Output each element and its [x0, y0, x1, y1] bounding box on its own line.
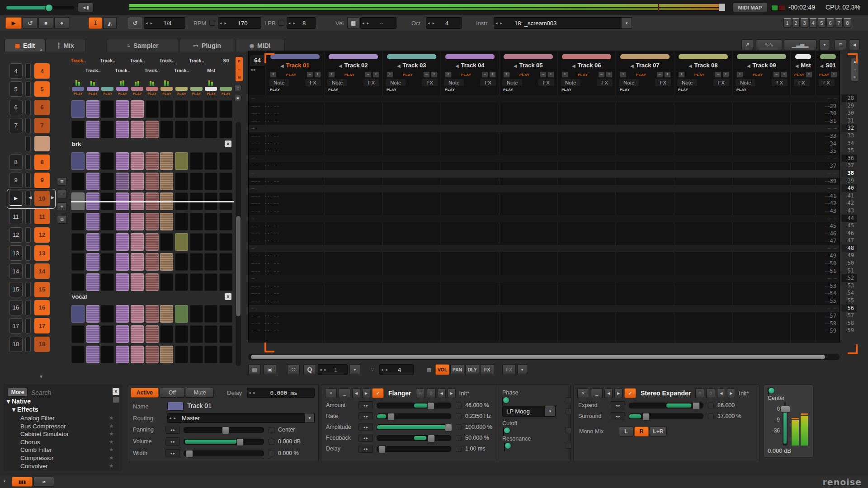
tree-node-native[interactable]: ▾ Native [7, 398, 31, 405]
panning-stepper[interactable]: ◂ ▸ [165, 426, 180, 434]
note-column-header[interactable]: Note [502, 79, 522, 86]
remove-column-button[interactable]: − [307, 71, 313, 78]
matrix-cell[interactable] [71, 305, 85, 323]
collapse-icon[interactable]: ◀ [631, 64, 634, 68]
pattern-cell-s01-51[interactable]: –– – [249, 267, 840, 275]
sequencer-mute-8[interactable] [25, 155, 31, 170]
matrix-cell[interactable] [86, 233, 99, 251]
matrix-cell[interactable] [175, 305, 188, 323]
fx-column-header[interactable]: FX [713, 79, 729, 86]
track-off-button[interactable]: Off [160, 388, 185, 398]
cutoff-checkbox[interactable] [566, 427, 571, 433]
matrix-cell[interactable] [175, 233, 188, 251]
column-toggle-pan[interactable]: PAN [450, 364, 464, 375]
matrix-cell[interactable] [131, 213, 144, 230]
follow-player-button[interactable]: ↧ [89, 17, 102, 29]
matrix-cell[interactable] [204, 305, 217, 323]
param-stepper[interactable]: ◂ ▸ [611, 401, 625, 409]
matrix-cell[interactable] [86, 213, 99, 230]
param-automation-checkbox[interactable] [708, 413, 714, 419]
matrix-cell[interactable] [131, 273, 144, 291]
dsp-item-comb-filter[interactable]: Comb Filter [20, 446, 52, 453]
follow-pattern-icon[interactable]: ▣ [264, 364, 276, 375]
matrix-cell[interactable] [131, 233, 144, 251]
matrix-cell[interactable] [160, 325, 173, 343]
editor-hscrollbar[interactable] [248, 354, 840, 360]
matrix-cell[interactable] [101, 173, 114, 190]
single-track-edit-icon[interactable]: ▥ [248, 364, 261, 375]
matrix-cell[interactable] [86, 273, 99, 291]
column-toggle-vol[interactable]: VOL [435, 364, 449, 375]
expander-preset-next-icon[interactable]: ▶ [727, 388, 735, 398]
block-loop-value[interactable]: 1/4 [154, 20, 185, 27]
automation-view-button[interactable]: ≈ [33, 477, 54, 487]
delay-increase-arrow[interactable]: ▸ [252, 390, 257, 395]
add-fx-column-button[interactable]: + [547, 71, 554, 78]
matrix-cell[interactable] [71, 213, 85, 230]
param-slider[interactable] [377, 435, 451, 441]
sequencer-mute-7[interactable] [25, 118, 31, 133]
matrix-cell[interactable] [146, 100, 159, 118]
lpb-decrease-arrow[interactable]: ◂ [287, 21, 292, 25]
fx-column-header[interactable]: FX [794, 79, 810, 86]
detach-icon[interactable]: ↗ [741, 39, 753, 50]
editstep-decrease-arrow[interactable]: ◂ [380, 367, 385, 372]
matrix-cell[interactable] [190, 173, 203, 190]
pattern-cell-s01-38[interactable]: –– – [249, 170, 840, 178]
sequencer-mute-13[interactable] [25, 245, 31, 261]
pattern-slot-button-7[interactable]: 7 [835, 18, 843, 28]
matrix-cell[interactable] [146, 173, 159, 190]
matrix-track-label-8[interactable]: Track.. [168, 68, 195, 73]
tab-mix[interactable]: ┋Mix [45, 39, 86, 52]
oct-increase-arrow[interactable]: ▸ [431, 21, 436, 25]
track-play-state[interactable]: PLAY [819, 73, 830, 77]
remove-column-button[interactable]: − [656, 71, 663, 78]
matrix-cell[interactable] [190, 253, 203, 271]
mono-mix-l[interactable]: L [619, 427, 633, 436]
note-column-header[interactable]: Note [677, 79, 697, 86]
favorite-star-icon[interactable]: ★ [109, 439, 114, 445]
velocity-pad-button[interactable]: ▦ [347, 17, 359, 29]
note-column-header[interactable]: Note [561, 79, 580, 86]
browser-close-icon[interactable]: × [113, 388, 119, 395]
sequencer-queue-15[interactable]: 15 [9, 282, 23, 297]
track-mute-button[interactable]: Mute [186, 388, 214, 398]
add-fx-column-button[interactable]: + [806, 71, 812, 78]
tab-sampler[interactable]: ≈Sampler [107, 39, 179, 52]
matrix-cell[interactable] [86, 253, 99, 271]
matrix-cell[interactable] [146, 121, 159, 138]
collapse-icon[interactable]: ◀ [339, 64, 342, 68]
search-input[interactable]: Search [31, 389, 51, 396]
dsp-item-cabinet-simulator[interactable]: Cabinet Simulator [20, 431, 69, 437]
track-play-state[interactable]: PLAY [627, 73, 656, 77]
sequencer-pattern-12[interactable]: 12 [34, 227, 50, 243]
mono-mix-r[interactable]: R [634, 427, 649, 436]
master-volume-slider[interactable] [6, 6, 74, 9]
volume-stepper[interactable]: ◂ ▸ [165, 437, 180, 446]
matrix-cell[interactable] [131, 253, 144, 271]
sequencer-pattern-13[interactable]: 13 [34, 245, 50, 261]
metronome-button[interactable]: ◭ [103, 17, 117, 29]
matrix-cell[interactable] [131, 121, 144, 138]
track-play-state[interactable]: PLAY [794, 73, 805, 77]
matrix-cell[interactable] [101, 305, 114, 323]
sequencer-pattern-17[interactable]: 17 [34, 318, 50, 333]
note-column-header[interactable]: Note [269, 79, 289, 86]
sequencer-next-arrow[interactable]: ▶ [51, 195, 54, 200]
sequencer-queue-14[interactable]: 14 [9, 263, 23, 279]
sequencer-prev-arrow[interactable]: ◀ [28, 195, 32, 200]
collapse-icon[interactable]: ◀ [795, 64, 798, 68]
oct-decrease-arrow[interactable]: ◂ [426, 21, 431, 25]
sequencer-mute-x[interactable] [25, 136, 31, 151]
tab-plugin[interactable]: ⊶Plugin [179, 39, 235, 52]
note-column-header[interactable]: Note [386, 79, 406, 86]
play-button[interactable]: ▶ [5, 17, 22, 29]
matrix-track-label-11[interactable]: S0 [212, 58, 235, 63]
step-decrease-arrow[interactable]: ◂ [144, 21, 149, 25]
matrix-cell[interactable] [71, 152, 85, 170]
delay-value[interactable]: 0.000 ms [257, 389, 314, 396]
sequencer-pattern-6[interactable]: 6 [34, 100, 50, 115]
matrix-cell[interactable] [219, 325, 232, 343]
collapse-icon[interactable]: ◀ [514, 64, 517, 68]
pattern-cell-s01-56[interactable]: –– – [249, 305, 840, 313]
